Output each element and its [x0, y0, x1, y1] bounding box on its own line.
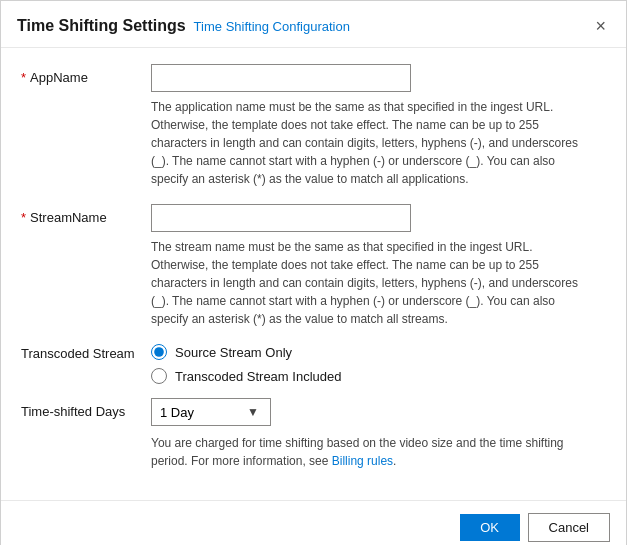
app-name-label: * AppName	[21, 64, 151, 85]
transcoded-included-radio[interactable]	[151, 368, 167, 384]
source-only-label: Source Stream Only	[175, 345, 292, 360]
billing-rules-link[interactable]: Billing rules	[332, 454, 393, 468]
cancel-button[interactable]: Cancel	[528, 513, 610, 542]
app-name-help: The application name must be the same as…	[151, 98, 581, 188]
time-shifting-dialog: Time Shifting Settings Time Shifting Con…	[0, 0, 627, 545]
time-shifted-days-row: Time-shifted Days 1 Day 2 Days 3 Days 7 …	[21, 398, 606, 470]
dialog-subtitle[interactable]: Time Shifting Configuration	[194, 19, 350, 34]
time-shifted-days-label: Time-shifted Days	[21, 398, 151, 419]
transcoded-stream-row: Transcoded Stream Source Stream Only Tra…	[21, 344, 606, 384]
time-shifted-days-content: 1 Day 2 Days 3 Days 7 Days 30 Days ▼ You…	[151, 398, 606, 470]
billing-help-suffix: .	[393, 454, 396, 468]
app-name-label-text: AppName	[30, 70, 88, 85]
app-name-row: * AppName The application name must be t…	[21, 64, 606, 188]
stream-name-row: * StreamName The stream name must be the…	[21, 204, 606, 328]
stream-name-input[interactable]	[151, 204, 411, 232]
transcoded-stream-label: Transcoded Stream	[21, 344, 151, 361]
source-only-radio-item[interactable]: Source Stream Only	[151, 344, 341, 360]
days-select-wrapper: 1 Day 2 Days 3 Days 7 Days 30 Days ▼	[151, 398, 606, 426]
ok-button[interactable]: OK	[460, 514, 520, 541]
dialog-title: Time Shifting Settings	[17, 17, 186, 35]
stream-name-label-text: StreamName	[30, 210, 107, 225]
transcoded-included-label: Transcoded Stream Included	[175, 369, 341, 384]
stream-name-required-star: *	[21, 210, 26, 225]
stream-name-help: The stream name must be the same as that…	[151, 238, 581, 328]
source-only-radio[interactable]	[151, 344, 167, 360]
transcoded-stream-radio-group: Source Stream Only Transcoded Stream Inc…	[151, 344, 341, 384]
app-name-required-star: *	[21, 70, 26, 85]
transcoded-included-radio-item[interactable]: Transcoded Stream Included	[151, 368, 341, 384]
days-select[interactable]: 1 Day 2 Days 3 Days 7 Days 30 Days	[151, 398, 271, 426]
billing-help-text: You are charged for time shifting based …	[151, 434, 581, 470]
dialog-body: * AppName The application name must be t…	[1, 48, 626, 500]
stream-name-label: * StreamName	[21, 204, 151, 225]
stream-name-content: The stream name must be the same as that…	[151, 204, 606, 328]
dialog-header: Time Shifting Settings Time Shifting Con…	[1, 1, 626, 48]
close-button[interactable]: ×	[591, 15, 610, 37]
dialog-footer: OK Cancel	[1, 500, 626, 545]
app-name-input[interactable]	[151, 64, 411, 92]
app-name-content: The application name must be the same as…	[151, 64, 606, 188]
